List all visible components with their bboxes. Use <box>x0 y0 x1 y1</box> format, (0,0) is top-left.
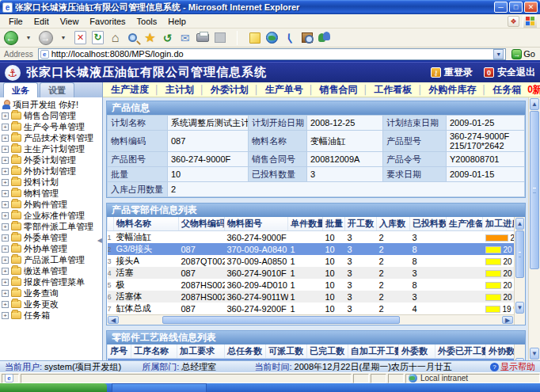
nav-item-2[interactable]: 外委计划 <box>211 83 249 97</box>
taskbar-window-button[interactable] <box>112 383 207 392</box>
parts-vscroll-thumb[interactable] <box>515 230 524 278</box>
parts-row-接头A[interactable]: 3接头A2087QT002370-009-A085011032820 % <box>108 255 515 267</box>
close-button[interactable]: ✕ <box>524 2 538 13</box>
routing-col-header[interactable]: 工序名称 <box>131 344 177 359</box>
expand-icon[interactable]: + <box>2 257 9 264</box>
edit-page-icon[interactable] <box>215 32 226 43</box>
parts-hscrollbar[interactable]: ◀ ▶ <box>107 314 514 325</box>
sidebar-item-11[interactable]: +外委单管理 <box>2 232 102 243</box>
expand-icon[interactable]: + <box>2 245 9 253</box>
stop-icon[interactable]: ✕ <box>74 31 86 44</box>
note-icon[interactable] <box>249 32 260 44</box>
sidebar-item-2[interactable]: +产品技术资料管理 <box>2 132 102 143</box>
sidebar-item-8[interactable]: +外购件管理 <box>2 199 102 210</box>
nav-item-0[interactable]: 生产进度 <box>111 83 149 97</box>
search-icon[interactable] <box>128 33 137 42</box>
routing-vscrollbar[interactable]: ▼ <box>514 344 525 360</box>
home-icon[interactable]: ⌂ <box>112 31 120 45</box>
expand-icon[interactable]: + <box>2 212 9 219</box>
address-input[interactable]: e http://localhost:8080/MPS/login.do ▼ <box>38 48 507 60</box>
parts-vscrollbar[interactable]: ▲ ▼ <box>514 217 525 325</box>
parts-col-header[interactable]: 父物料编码 <box>179 217 225 231</box>
routing-col-header[interactable]: 外协数 <box>486 344 515 359</box>
sidebar-item-4[interactable]: +外委计划管理 <box>2 154 102 166</box>
sidebar-item-10[interactable]: +零部件派工单管理 <box>2 221 102 232</box>
scroll-left-icon[interactable]: ◀ <box>108 316 119 324</box>
sidebar-item-13[interactable]: +产品派工单管理 <box>2 254 102 265</box>
parts-col-header[interactable]: 物料图号 <box>225 217 288 231</box>
favorites-icon[interactable]: ★ <box>144 30 155 45</box>
logout-button[interactable]: 0 安全退出 <box>484 66 535 79</box>
expand-icon[interactable]: + <box>2 223 9 230</box>
expand-icon[interactable]: + <box>2 234 9 242</box>
routing-col-header[interactable]: 可派工数 <box>266 344 307 359</box>
nav-item-5[interactable]: 工作看板 <box>374 83 412 97</box>
scroll-down-icon[interactable]: ▼ <box>515 302 524 314</box>
back-icon[interactable]: ← <box>4 31 18 45</box>
expand-icon[interactable]: + <box>2 124 9 131</box>
start-button[interactable] <box>0 383 107 392</box>
menu-item-file[interactable]: File <box>3 16 29 27</box>
expand-icon[interactable]: + <box>2 301 9 308</box>
expand-icon[interactable]: + <box>2 157 9 164</box>
expand-icon[interactable]: + <box>2 112 9 120</box>
relogin-button[interactable]: ⚷ 重登录 <box>431 66 473 79</box>
forward-icon[interactable]: → <box>39 31 53 45</box>
scroll-up-icon[interactable]: ▲ <box>515 218 524 230</box>
sidebar-item-5[interactable]: +外协计划管理 <box>2 166 102 177</box>
show-help-link[interactable]: ? 显示帮助 <box>490 361 535 373</box>
expand-icon[interactable]: + <box>2 290 9 297</box>
parts-row-活塞体[interactable]: 6活塞体2087HS002360-274-9011W11032320 % <box>108 291 515 303</box>
sidebar-item-0[interactable]: +销售合同管理 <box>2 110 102 121</box>
routing-col-header[interactable]: 外委数 <box>399 344 435 359</box>
nav-item-4[interactable]: 销售合同 <box>320 83 358 97</box>
maximize-button[interactable]: □ <box>509 2 523 13</box>
scroll-down-icon[interactable]: ▼ <box>530 348 539 360</box>
sidebar-item-15[interactable]: +报废件管理菜单 <box>2 276 102 287</box>
mail-icon[interactable]: ✉ <box>181 32 190 44</box>
sidebar-item-1[interactable]: +生产令号单管理 <box>2 121 102 132</box>
sidebar-collapse-handle[interactable]: ◀ <box>97 237 102 244</box>
expand-icon[interactable]: + <box>2 168 9 175</box>
refresh-icon[interactable]: ↻ <box>92 31 104 44</box>
parts-row-G3/8接头[interactable]: 2G3/8接头087370-009-A084011032820 % <box>108 243 515 255</box>
parts-row-缸体总成[interactable]: 7缸体总成087360-274-9200F11032419 % <box>108 303 515 314</box>
tab-settings[interactable]: 设置 <box>40 82 74 97</box>
routing-col-header[interactable]: 外委已开工数 <box>435 344 486 359</box>
nav-item-6[interactable]: 外购件库存 <box>428 83 476 97</box>
nav-item-7[interactable]: 任务箱 <box>492 83 521 97</box>
parts-col-header[interactable]: 物料名称 <box>114 217 179 231</box>
parts-col-header[interactable]: 入库数 <box>377 217 410 231</box>
forward-dropdown-icon[interactable]: ▼ <box>61 35 66 40</box>
sidebar-item-16[interactable]: +业务查询 <box>2 287 102 299</box>
history-icon[interactable]: ↺ <box>163 32 173 44</box>
address-dropdown-icon[interactable]: ▼ <box>493 49 504 59</box>
routing-col-header[interactable]: 加工要求 <box>177 344 225 359</box>
expand-icon[interactable]: + <box>2 279 9 286</box>
menu-item-favorites[interactable]: Favorites <box>84 16 131 27</box>
back-dropdown-icon[interactable]: ▼ <box>26 35 31 40</box>
research-icon[interactable] <box>302 32 313 43</box>
sidebar-item-6[interactable]: +投料计划 <box>2 177 102 188</box>
parts-row-极[interactable]: 5极2087HS002360-209-4D01011032820 % <box>108 279 515 291</box>
parts-col-header[interactable]: 生产准备 <box>447 217 483 231</box>
expand-icon[interactable]: + <box>2 190 9 197</box>
scroll-up-icon[interactable]: ▲ <box>530 98 539 110</box>
routing-col-header[interactable]: 总任务数 <box>225 344 266 359</box>
scroll-right-icon[interactable]: ▶ <box>502 316 513 324</box>
tab-business[interactable]: 业务 <box>3 82 38 97</box>
parts-col-header[interactable]: 单件数量 <box>288 217 323 231</box>
menu-item-help[interactable]: Help <box>162 16 192 27</box>
expand-icon[interactable]: + <box>2 179 9 186</box>
sidebar-item-17[interactable]: +业务更改 <box>2 299 102 310</box>
expand-icon[interactable]: + <box>2 268 9 275</box>
sidebar-item-3[interactable]: +主生产计划管理 <box>2 143 102 154</box>
minimize-button[interactable]: ─ <box>494 2 508 13</box>
sidebar-item-14[interactable]: +缴送单管理 <box>2 265 102 276</box>
sidebar-item-7[interactable]: +物料管理 <box>2 188 102 199</box>
main-vscroll-thumb[interactable] <box>530 111 539 269</box>
edit-quill-icon[interactable]: ⟨ <box>285 31 293 44</box>
expand-icon[interactable]: + <box>2 312 9 319</box>
hscroll-thumb[interactable] <box>162 316 400 324</box>
parts-col-header[interactable]: 已投料数 <box>410 217 447 231</box>
